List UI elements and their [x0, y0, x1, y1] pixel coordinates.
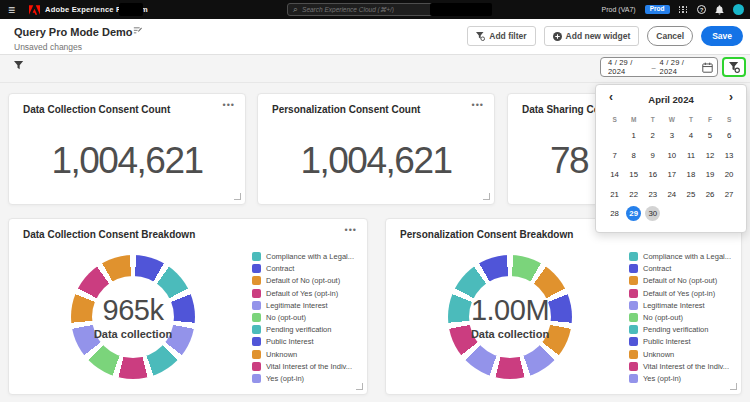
calendar-day[interactable]: 15 [624, 165, 643, 185]
calendar-day[interactable]: 27 [720, 185, 739, 205]
date-separator: – [651, 63, 655, 72]
calendar-day[interactable]: 12 [700, 146, 719, 166]
legend-item: Public Interest [629, 337, 731, 346]
legend-item: Contract [252, 264, 354, 273]
unsaved-changes-label: Unsaved changes [14, 42, 82, 52]
calendar-day[interactable]: 28 [605, 204, 624, 224]
calendar-day [720, 204, 739, 224]
calendar-day[interactable]: 16 [643, 165, 662, 185]
calendar-day-header: W [662, 113, 681, 126]
hamburger-menu-icon[interactable]: ≡ [8, 4, 15, 16]
environment-label[interactable]: Prod (VA7) [602, 6, 636, 13]
legend-label: Legitimate Interest [643, 301, 705, 310]
calendar-day[interactable]: 10 [662, 146, 681, 166]
date-start: 4 / 29 / 2024 [608, 58, 647, 76]
resize-handle[interactable] [730, 383, 737, 390]
legend-swatch [629, 362, 638, 371]
legend-item: Default of Yes (opt-in) [629, 289, 731, 298]
legend-swatch [629, 350, 638, 359]
page-title: Query Pro Mode Demo [14, 26, 133, 38]
calendar-day[interactable]: 6 [720, 126, 739, 146]
date-range-input[interactable]: 4 / 29 / 2024 – 4 / 29 / 2024 [600, 57, 718, 77]
more-menu-icon[interactable]: ••• [345, 225, 357, 235]
more-menu-icon[interactable]: ••• [223, 100, 235, 110]
adobe-logo-icon [29, 5, 40, 15]
calendar-day[interactable]: 26 [700, 185, 719, 205]
legend-label: Unknown [643, 350, 674, 359]
save-button[interactable]: Save [701, 26, 743, 46]
calendar-day[interactable]: 3 [662, 126, 681, 146]
redacted-org [430, 3, 492, 16]
legend-item: Unknown [629, 350, 731, 359]
redacted-label [119, 3, 143, 16]
more-menu-icon[interactable]: ••• [472, 100, 484, 110]
chart-legend: Compliance with a Legal...ContractDefaul… [629, 252, 731, 383]
calendar-day[interactable]: 14 [605, 165, 624, 185]
calendar-day[interactable]: 4 [681, 126, 700, 146]
calendar-day[interactable]: 9 [643, 146, 662, 166]
calendar-day[interactable]: 13 [720, 146, 739, 166]
calendar-day[interactable]: 21 [605, 185, 624, 205]
legend-label: Unknown [266, 350, 297, 359]
legend-item: Legitimate Interest [252, 301, 354, 310]
calendar-day[interactable]: 11 [681, 146, 700, 166]
card-title: Data Collection Consent Count [23, 104, 170, 115]
metric-card-personalization: Personalization Consent Count ••• 1,004,… [257, 93, 495, 205]
metric-card-data-collection: Data Collection Consent Count ••• 1,004,… [8, 93, 246, 205]
legend-label: Pending verification [643, 325, 708, 334]
legend-swatch [629, 337, 638, 346]
calendar-day[interactable]: 23 [643, 185, 662, 205]
date-picker-popup: ‹ April 2024 › SMTWTFS123456789101112131… [595, 84, 747, 233]
calendar-icon[interactable] [702, 62, 713, 73]
calendar-day[interactable]: 7 [605, 146, 624, 166]
calendar-day[interactable]: 8 [624, 146, 643, 166]
calendar-day-header: T [681, 113, 700, 126]
calendar-day-header: S [605, 113, 624, 126]
legend-swatch [629, 313, 638, 322]
add-filter-button[interactable]: Add filter [467, 26, 535, 46]
legend-label: Contract [643, 264, 671, 273]
notifications-bell-icon[interactable] [715, 5, 724, 15]
user-avatar[interactable] [733, 4, 744, 15]
legend-label: Public Interest [643, 337, 691, 346]
filter-funnel-icon[interactable] [14, 61, 24, 71]
resize-handle[interactable] [356, 383, 363, 390]
calendar-day[interactable]: 5 [700, 126, 719, 146]
legend-swatch [252, 252, 261, 261]
breakdown-card-data-collection: Data Collection Consent Breakdown ••• 96… [8, 218, 368, 395]
calendar-day[interactable]: 30 [643, 204, 662, 224]
legend-item: Default of No (opt-out) [629, 276, 731, 285]
metric-value: 1,004,621 [258, 140, 494, 182]
resize-handle[interactable] [234, 193, 241, 200]
resize-handle[interactable] [483, 193, 490, 200]
calendar-day[interactable]: 25 [681, 185, 700, 205]
calendar-day[interactable]: 24 [662, 185, 681, 205]
calendar-day[interactable]: 1 [624, 126, 643, 146]
calendar-day[interactable]: 18 [681, 165, 700, 185]
next-month-chevron-icon[interactable]: › [729, 91, 733, 103]
legend-swatch [629, 301, 638, 310]
legend-swatch [629, 289, 638, 298]
legend-label: No (opt-out) [643, 313, 683, 322]
legend-label: Yes (opt-in) [266, 374, 304, 383]
app-switcher-icon[interactable] [679, 6, 689, 13]
help-icon[interactable]: ? [697, 5, 706, 14]
legend-item: Unknown [252, 350, 354, 359]
legend-label: Default of Yes (opt-in) [266, 289, 338, 298]
environment-badge: Prod [645, 5, 670, 15]
calendar-day[interactable]: 19 [700, 165, 719, 185]
calendar-day[interactable]: 20 [720, 165, 739, 185]
calendar-day[interactable]: 17 [662, 165, 681, 185]
calendar-day[interactable]: 22 [624, 185, 643, 205]
search-input[interactable] [302, 6, 449, 13]
add-new-widget-button[interactable]: Add new widget [544, 26, 640, 46]
calendar-day [662, 204, 681, 224]
rename-pencil-icon[interactable] [133, 26, 143, 36]
clear-filter-button-highlighted[interactable] [722, 57, 746, 77]
legend-swatch [629, 374, 638, 383]
calendar-day-header: T [643, 113, 662, 126]
calendar-day[interactable]: 2 [643, 126, 662, 146]
cancel-button[interactable]: Cancel [647, 26, 693, 46]
filter-funnel-icon [476, 32, 485, 41]
calendar-day[interactable]: 29 [624, 204, 643, 224]
